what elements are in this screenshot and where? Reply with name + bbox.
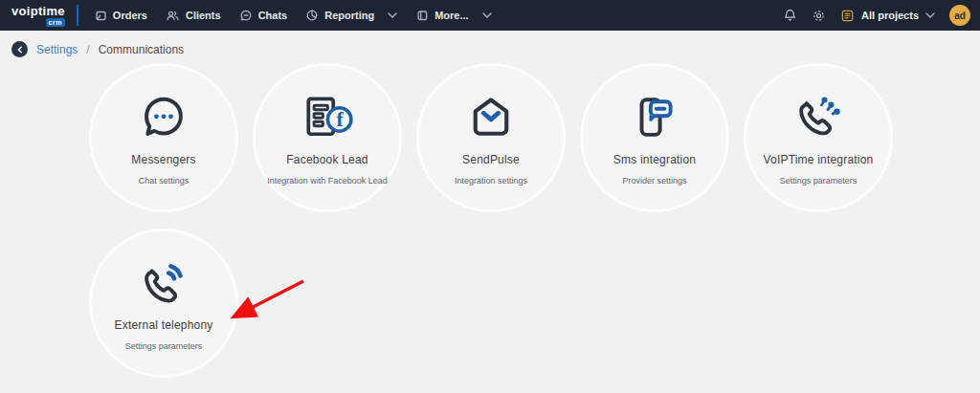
topbar-divider [77,5,78,26]
nav-item-reporting[interactable]: Reporting [305,9,397,22]
projects-list-icon [840,9,855,23]
envelope-icon [467,93,515,141]
chevron-down-icon [925,12,935,18]
chevron-down-icon [388,12,397,18]
communications-settings-page: Settings / Communications Messengers Cha… [0,31,980,393]
card-facebook-lead[interactable]: f Facebook Lead Integration with Faceboo… [253,63,402,212]
card-messengers[interactable]: Messengers Chat settings [89,63,238,212]
breadcrumb: Settings / Communications [0,31,980,57]
reporting-icon [305,9,319,22]
nav-item-more[interactable]: More... [415,9,491,22]
notifications-button[interactable] [783,8,797,23]
gear-icon [812,9,826,23]
bell-icon [783,8,797,23]
breadcrumb-settings-link[interactable]: Settings [36,43,78,56]
chats-icon [239,9,253,22]
nav-label: More... [434,10,468,21]
more-icon [415,9,429,22]
nav-item-orders[interactable]: Orders [94,9,147,22]
topbar-right-controls: All projects ad [783,5,970,26]
card-subtitle: Chat settings [139,176,189,186]
breadcrumb-current: Communications [99,43,184,56]
clients-icon [166,9,180,22]
nav-label: Reporting [324,10,374,21]
nav-label: Clients [186,10,221,21]
card-subtitle: Integration with Facebook Lead [267,176,388,186]
orders-icon [94,9,107,22]
document-facebook-icon: f [301,93,354,141]
settings-button[interactable] [812,9,826,23]
user-avatar[interactable]: ad [949,5,970,26]
back-button[interactable] [11,41,28,57]
main-nav: Orders Clients Chats Reporting [94,9,492,22]
logo-crm-badge: crm [46,18,65,27]
card-subtitle: Settings parameters [125,341,203,351]
top-navigation-bar: voiptime crm Orders Clients Chats [0,0,980,31]
card-subtitle: Provider settings [622,176,686,186]
nav-label: Chats [258,10,288,21]
chat-bubble-dots-icon [140,93,188,141]
projects-label: All projects [861,10,919,21]
handset-signal-icon [139,257,189,307]
projects-selector[interactable]: All projects [840,9,935,23]
card-subtitle: Settings parameters [780,176,858,186]
breadcrumb-separator: / [86,43,89,56]
card-title: Facebook Lead [286,153,368,166]
card-title: Sms integration [613,153,696,166]
card-subtitle: Integration settings [455,176,527,186]
card-title: VoIPTime integration [764,153,874,166]
card-sms-integration[interactable]: Sms integration Provider settings [580,63,729,212]
nav-label: Orders [113,10,147,21]
svg-text:f: f [336,108,344,131]
card-title: External telephony [115,318,213,332]
logo-wordmark: voiptime [11,5,65,17]
handset-ringing-icon [793,92,843,142]
card-external-telephony[interactable]: External telephony Settings parameters [89,229,238,378]
card-sendpulse[interactable]: SendPulse Integration settings [416,63,566,212]
card-title: Messengers [131,153,195,166]
phone-sms-bubble-icon [629,93,680,141]
nav-item-clients[interactable]: Clients [166,9,221,22]
card-voiptime-integration[interactable]: VoIPTime integration Settings parameters [744,63,893,212]
back-arrow-icon [16,46,24,54]
chevron-down-icon [482,12,492,18]
voiptime-logo[interactable]: voiptime crm [11,5,65,27]
card-title: SendPulse [462,153,520,166]
nav-item-chats[interactable]: Chats [239,9,288,22]
